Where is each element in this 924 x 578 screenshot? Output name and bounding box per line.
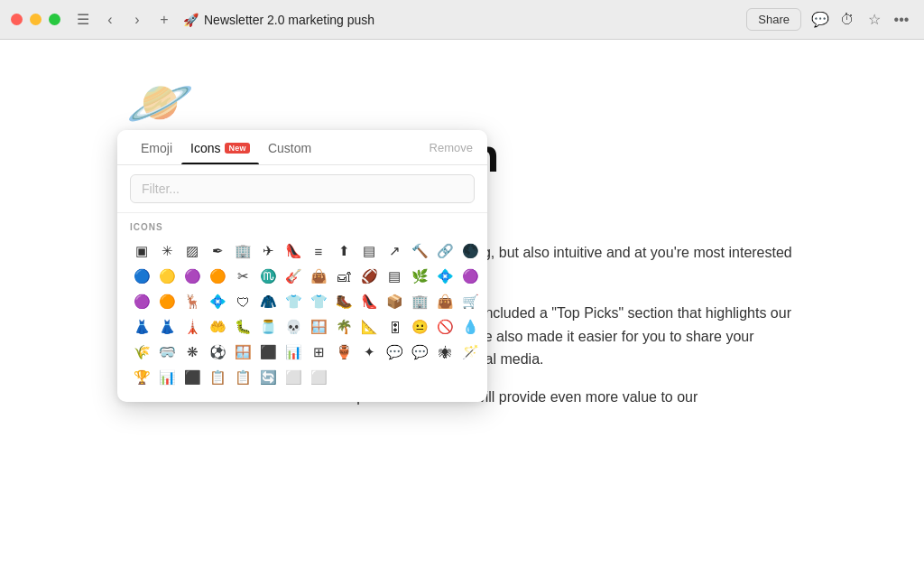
icon-cell[interactable]: 👜 <box>307 265 330 288</box>
titlebar: ☰ ‹ › + 🚀 Newsletter 2.0 marketing push … <box>0 0 924 40</box>
icon-cell[interactable]: 💧 <box>458 315 482 339</box>
icon-cell[interactable]: 📐 <box>357 315 381 339</box>
forward-icon[interactable]: › <box>125 8 149 32</box>
icon-cell[interactable]: 🏈 <box>357 265 381 288</box>
icon-cell[interactable]: 👕 <box>307 290 330 313</box>
icon-cell[interactable]: 🟠 <box>206 265 229 288</box>
star-icon[interactable]: ☆ <box>863 8 886 32</box>
icon-cell[interactable]: 👕 <box>282 290 305 313</box>
icon-cell[interactable]: 🛋 <box>332 265 356 288</box>
icon-cell[interactable]: 🪟 <box>231 340 254 364</box>
hamburger-icon[interactable]: ☰ <box>71 8 95 32</box>
tab-icons[interactable]: Icons New <box>181 130 259 164</box>
icon-cell[interactable]: 👗 <box>155 315 179 339</box>
icon-cell[interactable]: 📊 <box>282 340 305 364</box>
icon-cell[interactable]: 💠 <box>433 265 457 288</box>
icon-cell[interactable]: 🫙 <box>256 315 280 339</box>
icon-cell[interactable]: 🔗 <box>433 239 457 263</box>
icon-cell[interactable]: ⬜ <box>282 366 305 389</box>
icon-cell[interactable]: 🪄 <box>458 340 482 364</box>
close-button[interactable] <box>11 14 23 25</box>
icon-cell[interactable]: 🔨 <box>408 239 431 263</box>
icon-cell[interactable]: 🚫 <box>433 315 457 339</box>
icon-cell[interactable]: 🦌 <box>180 290 204 313</box>
icon-cell[interactable]: ✳ <box>155 239 179 263</box>
icon-cell[interactable]: ≡ <box>307 239 330 263</box>
icon-cell[interactable]: 🌴 <box>332 315 356 339</box>
icon-cell[interactable]: 🟠 <box>155 290 179 313</box>
icon-cell[interactable]: 🟣 <box>130 290 153 313</box>
icon-cell[interactable]: ⬛ <box>256 340 280 364</box>
icon-cell[interactable]: 👠 <box>282 239 305 263</box>
share-button[interactable]: Share <box>746 8 801 31</box>
icon-cell[interactable]: 📊 <box>155 366 179 389</box>
add-icon[interactable]: + <box>152 8 176 32</box>
icon-cell[interactable]: 🕷 <box>433 340 457 364</box>
icon-cell[interactable]: 🟣 <box>180 265 204 288</box>
icon-cell[interactable]: 🥾 <box>332 290 356 313</box>
icon-cell[interactable]: 🔵 <box>130 265 153 288</box>
icon-cell[interactable]: 😐 <box>408 315 431 339</box>
icon-cell[interactable]: 🌿 <box>408 265 431 288</box>
filter-input[interactable] <box>130 174 475 203</box>
icon-cell[interactable]: ✂ <box>231 265 254 288</box>
icon-cell[interactable]: ✒ <box>206 239 229 263</box>
minimize-button[interactable] <box>30 14 42 25</box>
tab-emoji[interactable]: Emoji <box>132 130 181 164</box>
icon-cell[interactable]: 🌾 <box>130 340 153 364</box>
icon-cell[interactable]: 👜 <box>433 290 457 313</box>
icon-cell[interactable]: 📋 <box>231 366 254 389</box>
titlebar-title: 🚀 Newsletter 2.0 marketing push <box>183 13 374 27</box>
icon-cell[interactable]: 🏢 <box>231 239 254 263</box>
icon-cell[interactable]: 💬 <box>383 340 406 364</box>
icon-cell[interactable]: 🛒 <box>458 290 482 313</box>
remove-button[interactable]: Remove <box>430 141 473 154</box>
icon-cell[interactable]: 👗 <box>130 315 153 339</box>
icon-cell[interactable]: 👠 <box>357 290 381 313</box>
more-icon[interactable]: ••• <box>890 8 913 32</box>
tab-custom[interactable]: Custom <box>259 130 320 164</box>
icon-cell[interactable]: 🤲 <box>206 315 229 339</box>
icon-cell[interactable]: 🏢 <box>408 290 431 313</box>
icon-cell[interactable]: 🪟 <box>307 315 330 339</box>
icon-cell[interactable]: ⊞ <box>307 340 330 364</box>
back-icon[interactable]: ‹ <box>98 8 122 32</box>
icon-cell[interactable]: ⬜ <box>307 366 330 389</box>
tab-custom-label: Custom <box>268 141 311 155</box>
icon-cell[interactable]: 🏆 <box>130 366 153 389</box>
icon-cell[interactable]: 🏺 <box>332 340 356 364</box>
icon-cell[interactable]: 📋 <box>206 366 229 389</box>
nav-controls: ☰ ‹ › + <box>71 8 176 32</box>
icon-cell[interactable]: ⬆ <box>332 239 356 263</box>
icon-cell[interactable]: ↗ <box>383 239 406 263</box>
icon-cell[interactable]: ▤ <box>357 239 381 263</box>
icon-cell[interactable]: 🛡 <box>231 290 254 313</box>
icon-cell[interactable]: ▤ <box>383 265 406 288</box>
icon-cell[interactable]: 🎸 <box>282 265 305 288</box>
icon-cell[interactable]: ✈ <box>256 239 280 263</box>
comment-icon[interactable]: 💬 <box>808 8 832 32</box>
icon-cell[interactable]: ⚽ <box>206 340 229 364</box>
icon-cell[interactable]: ✦ <box>357 340 381 364</box>
icon-cell[interactable]: 🟡 <box>155 265 179 288</box>
icon-cell[interactable]: 🧥 <box>256 290 280 313</box>
icon-cell[interactable]: 💠 <box>206 290 229 313</box>
icon-cell[interactable]: ❋ <box>180 340 204 364</box>
icon-cell[interactable]: ⬛ <box>180 366 204 389</box>
icon-cell[interactable]: 💀 <box>282 315 305 339</box>
icon-cell[interactable]: 🐛 <box>231 315 254 339</box>
icon-cell[interactable]: 🔄 <box>256 366 280 389</box>
icon-cell[interactable]: ♏ <box>256 265 280 288</box>
icon-cell[interactable]: 🎛 <box>383 315 406 339</box>
icon-cell[interactable]: 🟣 <box>458 265 482 288</box>
icon-cell[interactable]: ▣ <box>130 239 153 263</box>
history-icon[interactable]: ⏱ <box>836 8 859 32</box>
icon-cell[interactable]: 🥽 <box>155 340 179 364</box>
icon-cell[interactable]: 🗼 <box>180 315 204 339</box>
icon-cell[interactable]: 💬 <box>408 340 431 364</box>
fullscreen-button[interactable] <box>49 14 60 25</box>
icon-cell[interactable]: ▨ <box>180 239 204 263</box>
icon-cell[interactable]: 🌑 <box>458 239 482 263</box>
page-icon[interactable]: 🪐 <box>126 76 798 130</box>
icon-cell[interactable]: 📦 <box>383 290 406 313</box>
